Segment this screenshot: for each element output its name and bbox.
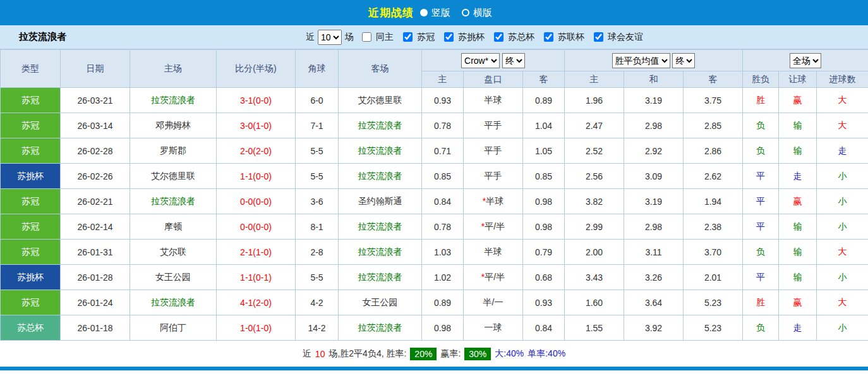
europe-away-odds: 1.94 <box>684 189 743 214</box>
fullmatch-header: 全场 <box>743 50 868 71</box>
subheader-europe-away: 客 <box>684 71 743 88</box>
asian-line: 半球 <box>464 240 523 265</box>
league-checkbox[interactable] <box>444 32 454 42</box>
competition-badge: 苏挑杯 <box>1 265 61 290</box>
single-rate: 单率:40% <box>527 348 565 360</box>
score[interactable]: 0-0(0-0) <box>217 214 296 240</box>
home-team[interactable]: 阿伯丁 <box>130 315 217 341</box>
home-team[interactable]: 拉茨流浪者 <box>130 290 217 315</box>
score[interactable]: 0-0(0-0) <box>217 189 296 214</box>
filter-controls: 近 10 场 同主 苏冠 苏挑杯 苏总杯 苏联杯 球会友谊 <box>306 30 644 45</box>
league-checkbox-label[interactable]: 苏联杯 <box>558 32 584 43</box>
league-checkbox-label[interactable]: 球会友谊 <box>608 32 643 43</box>
europe-home-odds: 2.52 <box>565 138 624 164</box>
horizontal-layout-radio[interactable] <box>462 9 469 16</box>
away-team[interactable]: 拉茨流浪者 <box>339 315 422 341</box>
table-row: 苏冠 26-01-24 拉茨流浪者 4-1(2-0) 4-2 女王公园 0.89… <box>1 290 868 315</box>
match-date: 26-03-14 <box>61 113 130 138</box>
away-team[interactable]: 拉茨流浪者 <box>339 138 422 164</box>
corner-score: 5-5 <box>296 265 339 290</box>
wdl-result: 负 <box>743 315 779 341</box>
match-date: 26-01-24 <box>61 290 130 315</box>
europe-away-odds: 3.75 <box>684 88 743 113</box>
bookmaker-select[interactable]: Crow* <box>461 53 500 68</box>
goals-result: 小 <box>817 189 868 214</box>
col-header-type: 类型 <box>1 50 61 88</box>
away-team[interactable]: 女王公园 <box>339 290 422 315</box>
europe-home-odds: 3.82 <box>565 189 624 214</box>
europe-away-odds: 2.86 <box>684 138 743 164</box>
home-team[interactable]: 女王公园 <box>130 265 217 290</box>
score[interactable]: 1-1(0-0) <box>217 164 296 189</box>
subheader-asian-away: 客 <box>523 71 565 88</box>
match-date: 26-02-21 <box>61 189 130 214</box>
score[interactable]: 2-0(2-0) <box>217 138 296 164</box>
league-checkbox[interactable] <box>544 32 553 42</box>
handicap-result: 赢 <box>779 189 817 214</box>
match-count-select[interactable]: 10 <box>318 30 342 45</box>
asian-line: 一球 <box>464 315 523 341</box>
corner-score: 4-2 <box>296 290 339 315</box>
home-team[interactable]: 艾尔联 <box>130 240 217 265</box>
europe-home-odds: 2.47 <box>565 113 624 138</box>
filter-bar: 拉茨流浪者 近 10 场 同主 苏冠 苏挑杯 苏总杯 苏联杯 球会友谊 <box>0 25 868 49</box>
wdl-result: 负 <box>743 113 779 138</box>
home-team[interactable]: 拉茨流浪者 <box>130 189 217 214</box>
vertical-layout-radio[interactable] <box>420 9 428 16</box>
odds-win-label: 赢率: <box>440 348 461 360</box>
europe-draw-odds: 3.11 <box>624 240 684 265</box>
europe-odds-select[interactable]: 胜平负均值 <box>612 53 670 68</box>
corner-score: 5-5 <box>296 138 339 164</box>
home-team[interactable]: 拉茨流浪者 <box>130 88 217 113</box>
asian-line: 平手 <box>464 138 523 164</box>
asian-odds-state-select[interactable]: 终 <box>502 53 525 68</box>
league-checkbox-label[interactable]: 苏挑杯 <box>458 32 485 43</box>
score[interactable]: 3-0(1-0) <box>217 113 296 138</box>
score[interactable]: 3-1(0-0) <box>217 88 296 113</box>
corner-score: 6-0 <box>296 88 339 113</box>
fullmatch-select[interactable]: 全场 <box>790 53 821 68</box>
away-team[interactable]: 艾尔德里联 <box>339 88 422 113</box>
europe-odds-state-select[interactable]: 终 <box>672 53 695 68</box>
vertical-layout-label[interactable]: 竖版 <box>431 7 450 19</box>
score[interactable]: 1-1(0-1) <box>217 265 296 290</box>
home-team[interactable]: 艾尔德里联 <box>130 164 217 189</box>
league-checkbox-label[interactable]: 苏冠 <box>417 32 435 43</box>
match-date: 26-02-28 <box>61 138 130 164</box>
same-home-checkbox[interactable] <box>362 32 371 42</box>
home-team[interactable]: 邓弗姆林 <box>130 113 217 138</box>
score[interactable]: 1-0(1-0) <box>217 315 296 341</box>
europe-home-odds: 2.99 <box>565 214 624 240</box>
home-team[interactable]: 摩顿 <box>130 214 217 240</box>
away-team[interactable]: 圣约翰斯通 <box>339 189 422 214</box>
league-checkbox[interactable] <box>594 32 603 42</box>
corner-score: 5-5 <box>296 164 339 189</box>
competition-badge: 苏总杯 <box>1 315 61 341</box>
handicap-result: 输 <box>779 113 817 138</box>
home-team[interactable]: 罗斯郡 <box>130 138 217 164</box>
away-team[interactable]: 拉茨流浪者 <box>339 214 422 240</box>
score[interactable]: 4-1(2-0) <box>217 290 296 315</box>
same-home-label[interactable]: 同主 <box>376 32 394 43</box>
league-checkbox[interactable] <box>494 32 503 42</box>
results-tbody: 苏冠 26-03-21 拉茨流浪者 3-1(0-0) 6-0 艾尔德里联 0.9… <box>1 88 868 341</box>
col-header-score: 比分(半场) <box>217 50 296 88</box>
league-checkbox-label[interactable]: 苏总杯 <box>508 32 534 43</box>
asian-away-odds: 1.04 <box>523 113 565 138</box>
horizontal-layout-label[interactable]: 横版 <box>473 7 492 19</box>
subheader-europe-home: 主 <box>565 71 624 88</box>
competition-badge: 苏冠 <box>1 240 61 265</box>
subheader-goals-result: 进球数 <box>817 71 868 88</box>
asian-away-odds: 0.98 <box>523 214 565 240</box>
away-team[interactable]: 拉茨流浪者 <box>339 240 422 265</box>
asian-line: *半球 <box>464 189 523 214</box>
goals-result: 大 <box>817 240 868 265</box>
league-checkbox[interactable] <box>403 32 413 42</box>
col-header-corner: 角球 <box>296 50 339 88</box>
away-team[interactable]: 拉茨流浪者 <box>339 113 422 138</box>
panel-title: 近期战绩 <box>368 6 414 20</box>
away-team[interactable]: 拉茨流浪者 <box>339 265 422 290</box>
away-team[interactable]: 拉茨流浪者 <box>339 164 422 189</box>
score[interactable]: 2-1(1-0) <box>217 240 296 265</box>
corner-score: 8-1 <box>296 214 339 240</box>
